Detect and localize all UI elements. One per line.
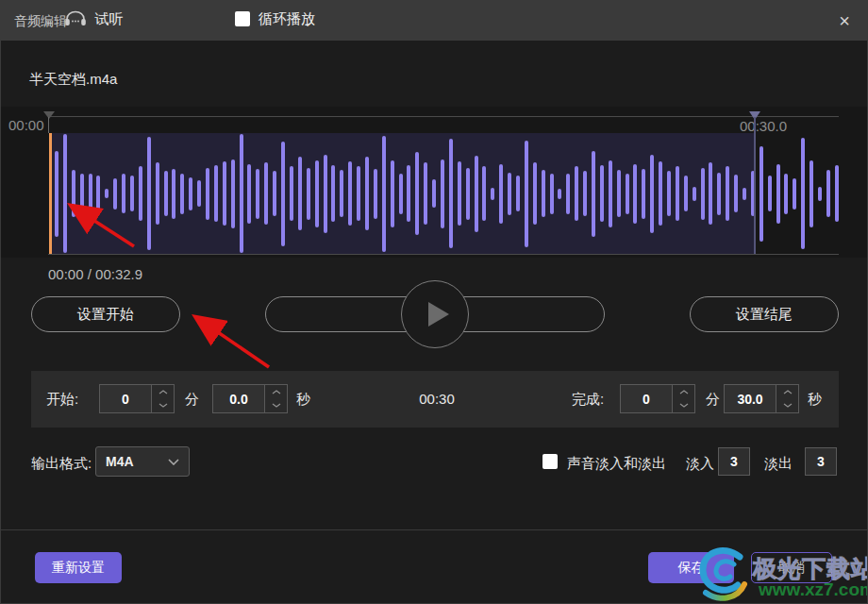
play-button[interactable] bbox=[401, 280, 469, 348]
end-minutes-value[interactable]: 0 bbox=[620, 384, 673, 413]
seconds-unit: 秒 bbox=[296, 391, 310, 409]
current-time: 00:30 bbox=[404, 391, 470, 407]
timeline-ruler bbox=[48, 116, 839, 117]
minutes-unit: 分 bbox=[185, 391, 199, 409]
reset-button[interactable]: 重新设置 bbox=[35, 552, 122, 583]
start-minutes-stepper: 0 bbox=[99, 384, 175, 413]
trim-controls-row: 开始: 0 分 0.0 秒 00:30 完成: 0 分 bbox=[31, 371, 839, 428]
fade-in-label: 淡入 bbox=[686, 455, 714, 473]
end-minutes-stepper: 0 bbox=[620, 384, 695, 413]
cancel-button[interactable]: 取消 bbox=[751, 552, 832, 583]
save-button[interactable]: 保存 bbox=[648, 552, 734, 583]
fade-out-label: 淡出 bbox=[764, 455, 793, 473]
file-name: 半天空档.m4a bbox=[29, 71, 117, 89]
timeline-end-label: 00:30.0 bbox=[740, 118, 787, 134]
spin-down-icon[interactable] bbox=[776, 399, 798, 413]
waveform-baseline bbox=[48, 254, 839, 255]
footer-divider bbox=[1, 529, 867, 530]
fade-in-input[interactable]: 3 bbox=[718, 447, 750, 476]
end-seconds-stepper: 30.0 bbox=[724, 384, 799, 413]
playhead[interactable] bbox=[49, 133, 52, 254]
spin-down-icon[interactable] bbox=[265, 399, 287, 413]
output-format-value: M4A bbox=[106, 454, 134, 469]
close-icon[interactable]: × bbox=[831, 8, 858, 33]
play-icon bbox=[428, 302, 449, 327]
headphones-icon bbox=[64, 8, 87, 30]
minutes-unit: 分 bbox=[706, 391, 720, 409]
spin-up-icon[interactable] bbox=[152, 385, 174, 399]
start-minutes-value[interactable]: 0 bbox=[99, 384, 152, 413]
loop-checkbox[interactable] bbox=[235, 11, 250, 26]
waveform-region: 00:00 00:30.0 bbox=[1, 107, 868, 258]
audio-edit-dialog: 音频编辑 × 半天空档.m4a 00:00 00:30.0 00:00 / 00… bbox=[0, 0, 868, 604]
end-minutes-arrows bbox=[673, 384, 695, 413]
seconds-unit: 秒 bbox=[808, 391, 822, 409]
spin-up-icon[interactable] bbox=[776, 385, 798, 399]
spin-down-icon[interactable] bbox=[152, 399, 174, 413]
set-start-button[interactable]: 设置开始 bbox=[31, 296, 180, 332]
spin-up-icon[interactable] bbox=[673, 385, 694, 399]
set-start-label: 设置开始 bbox=[77, 306, 134, 324]
trim-start-label: 开始: bbox=[46, 391, 78, 409]
preview-label: 试听 bbox=[95, 10, 124, 28]
start-seconds-stepper: 0.0 bbox=[212, 384, 288, 413]
output-format-select[interactable]: M4A bbox=[95, 446, 190, 477]
start-minutes-arrows bbox=[152, 384, 175, 413]
trim-end-label: 完成: bbox=[572, 391, 604, 409]
timeline-start-label: 00:00 bbox=[8, 117, 44, 133]
spin-up-icon[interactable] bbox=[265, 385, 287, 399]
loop-label: 循环播放 bbox=[259, 10, 315, 28]
start-seconds-arrows bbox=[265, 384, 288, 413]
fade-checkbox[interactable] bbox=[542, 454, 558, 469]
end-seconds-value[interactable]: 30.0 bbox=[724, 384, 776, 413]
spin-down-icon[interactable] bbox=[673, 399, 694, 413]
end-seconds-arrows bbox=[776, 384, 799, 413]
start-marker-stem bbox=[48, 117, 49, 133]
set-end-label: 设置结尾 bbox=[736, 306, 793, 324]
end-marker-stem bbox=[754, 117, 756, 254]
loop-toggle[interactable]: 循环播放 bbox=[227, 1, 341, 37]
start-seconds-value[interactable]: 0.0 bbox=[212, 384, 265, 413]
preview-button[interactable]: 试听 bbox=[37, 1, 150, 37]
output-format-label: 输出格式: bbox=[31, 455, 92, 473]
time-display: 00:00 / 00:32.9 bbox=[48, 266, 142, 282]
annotation-arrow bbox=[197, 318, 269, 367]
set-end-button[interactable]: 设置结尾 bbox=[690, 296, 839, 332]
start-marker-icon[interactable] bbox=[43, 111, 55, 119]
fade-out-input[interactable]: 3 bbox=[805, 447, 837, 476]
fade-toggle-label: 声音淡入和淡出 bbox=[567, 455, 666, 473]
chevron-down-icon bbox=[168, 459, 179, 465]
waveform-bars[interactable] bbox=[55, 133, 839, 254]
